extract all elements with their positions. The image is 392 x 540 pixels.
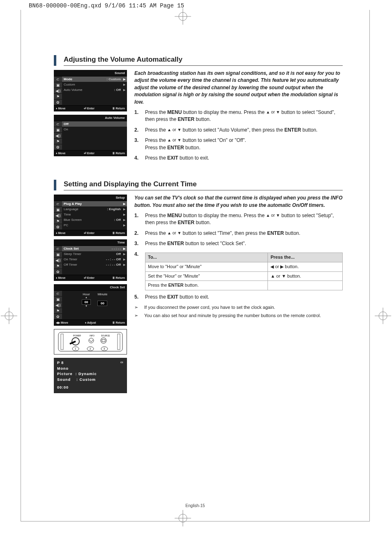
print-header: BN68-000000-00Eng.qxd 9/1/06 11:45 AM Pa…: [0, 0, 392, 9]
registration-mark-top: [175, 8, 191, 9]
